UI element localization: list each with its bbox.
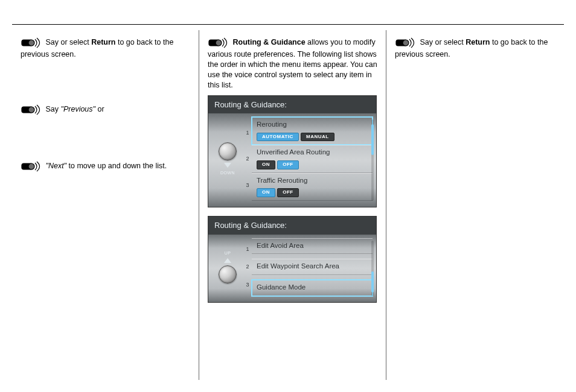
option-pill-off[interactable]: OFF — [277, 188, 299, 197]
col3-line-1-text: Say or select Return to go back to the p… — [395, 38, 548, 58]
menu-item-label: Unverified Area Routing — [257, 148, 368, 157]
col1-line-2: Say "Previous" or — [21, 103, 190, 116]
panel-2-title: Routing & Guidance: — [208, 217, 376, 235]
col1-line-2-text: Say "Previous" or — [45, 105, 104, 113]
panel-1-items: Rerouting AUTOMATIC MANUAL Unverified Ar… — [252, 117, 373, 201]
voice-command-icon — [21, 36, 41, 49]
column-3: Say or select Return to go back to the p… — [386, 30, 564, 380]
voice-command-icon — [21, 160, 41, 173]
panel-1-knob-column: DOWN — [212, 117, 243, 201]
menu-item-label: Traffic Rerouting — [257, 176, 368, 186]
option-pill-manual[interactable]: MANUAL — [301, 133, 334, 142]
option-pill-automatic[interactable]: AUTOMATIC — [257, 133, 299, 142]
svg-point-3 — [28, 107, 34, 113]
menu-item-label: Guidance Mode — [257, 283, 368, 292]
svg-point-5 — [28, 163, 34, 169]
text: to move up and down the list. — [66, 162, 167, 170]
row-number: 2 — [246, 263, 249, 270]
menu-item-traffic-rerouting[interactable]: Traffic Rerouting ON OFF — [252, 173, 373, 201]
panel-2-knob-column: UP — [212, 238, 243, 296]
text: Say — [45, 105, 60, 113]
row-number: 3 — [246, 182, 249, 189]
panel-1-body: DOWN 1 2 3 Rerouting AUTOMATIC MANUAL — [208, 113, 376, 207]
pill-row: ON OFF — [257, 187, 368, 197]
bold-text: Routing & Guidance — [232, 38, 305, 46]
svg-point-7 — [216, 40, 222, 46]
svg-point-1 — [28, 40, 34, 46]
menu-item-unverified-area-routing[interactable]: Unverified Area Routing ON OFF — [252, 145, 373, 172]
menu-item-edit-avoid-area[interactable]: Edit Avoid Area — [252, 238, 373, 254]
voice-command-icon — [21, 103, 41, 116]
arrow-label: DOWN — [220, 170, 235, 175]
routing-guidance-panel-1: Routing & Guidance: DOWN 1 2 3 Rero — [208, 95, 377, 207]
arrow-label: UP — [225, 250, 231, 256]
menu-item-rerouting[interactable]: Rerouting AUTOMATIC MANUAL — [252, 117, 373, 145]
rotary-knob[interactable] — [219, 265, 237, 283]
chevron-down-icon[interactable] — [224, 163, 231, 168]
voice-command-icon — [208, 36, 228, 49]
italic-text: "Previous" — [61, 105, 96, 113]
chevron-up-icon[interactable] — [224, 258, 231, 263]
row-number: 1 — [246, 245, 249, 253]
col1-line-1-text: Say or select Return to go back to the p… — [21, 38, 173, 58]
column-1: Say or select Return to go back to the p… — [12, 30, 199, 380]
col3-line-1: Say or select Return to go back to the p… — [395, 36, 555, 60]
option-pill-on[interactable]: ON — [257, 188, 275, 197]
col1-line-3-text: "Next" to move up and down the list. — [45, 162, 167, 170]
menu-item-label: Rerouting — [257, 120, 368, 130]
voice-command-icon — [395, 36, 415, 49]
top-rule — [12, 24, 564, 25]
svg-point-9 — [403, 40, 409, 46]
panel-1-title: Routing & Guidance: — [208, 96, 376, 114]
menu-item-label: Edit Waypoint Search Area — [257, 262, 368, 271]
menu-item-label: Edit Avoid Area — [257, 241, 368, 251]
col1-line-3: "Next" to move up and down the list. — [21, 160, 190, 173]
pill-row: AUTOMATIC MANUAL — [257, 131, 368, 142]
pill-row: ON OFF — [257, 159, 368, 169]
bold-text: Return — [466, 38, 490, 46]
text: or — [95, 105, 104, 113]
italic-text: "Next" — [45, 162, 66, 170]
menu-item-guidance-mode[interactable]: Guidance Mode — [252, 280, 373, 296]
option-pill-off[interactable]: OFF — [277, 160, 299, 169]
panel-scrollbar[interactable] — [371, 119, 374, 201]
text: Say or select — [420, 38, 466, 46]
routing-guidance-panel-2: Routing & Guidance: UP 1 2 3 Edit A — [208, 216, 377, 303]
text: Say or select — [45, 38, 91, 46]
scroll-thumb[interactable] — [371, 271, 374, 292]
panel-2-items: Edit Avoid Area Edit Waypoint Search Are… — [252, 238, 373, 296]
col1-line-1: Say or select Return to go back to the p… — [21, 36, 190, 60]
option-pill-on[interactable]: ON — [257, 160, 275, 169]
panel-2-body: UP 1 2 3 Edit Avoid Area Ed — [208, 235, 376, 302]
rotary-knob[interactable] — [219, 142, 237, 160]
bold-text: Return — [91, 38, 115, 46]
panel-scrollbar[interactable] — [371, 241, 374, 296]
row-number: 1 — [246, 129, 249, 136]
panel-2-index-column: 1 2 3 — [243, 238, 252, 296]
row-number: 2 — [246, 155, 249, 162]
scroll-thumb[interactable] — [371, 124, 374, 155]
panel-1-index-column: 1 2 3 — [243, 117, 252, 201]
col2-intro-text: Routing & Guidance allows you to modify … — [208, 38, 377, 89]
menu-item-edit-waypoint-search-area[interactable]: Edit Waypoint Search Area — [252, 259, 373, 275]
column-2: Routing & Guidance allows you to modify … — [199, 30, 386, 380]
row-number: 3 — [246, 281, 249, 288]
col2-intro-line: Routing & Guidance allows you to modify … — [208, 36, 377, 90]
